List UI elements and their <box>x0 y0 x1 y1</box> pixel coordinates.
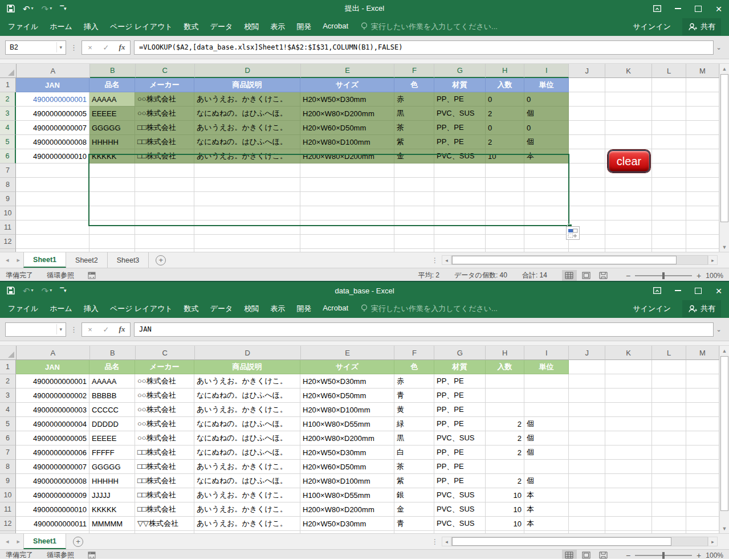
sign-in-link[interactable]: サインイン <box>633 304 671 314</box>
ribbon-tab-formulas[interactable]: 数式 <box>178 17 205 36</box>
cell-K10[interactable] <box>605 206 652 220</box>
zoom-level[interactable]: 100% <box>706 551 723 559</box>
horizontal-scrollbar[interactable] <box>451 255 708 265</box>
cell-D8[interactable] <box>194 178 300 192</box>
quick-analysis-button[interactable] <box>566 226 580 240</box>
cell-H11[interactable]: 10 <box>486 502 524 517</box>
row-header-5[interactable]: 5 <box>0 135 16 149</box>
cell-K12[interactable] <box>605 235 652 249</box>
cell-C8[interactable] <box>135 178 194 192</box>
cell-M11[interactable] <box>686 502 719 517</box>
cell-G4[interactable]: PP、PE <box>434 121 486 135</box>
column-header-H[interactable]: H <box>486 346 524 360</box>
new-sheet-button[interactable]: + <box>66 534 90 549</box>
row-header-2[interactable]: 2 <box>0 374 16 389</box>
cell-C7[interactable] <box>135 163 194 178</box>
cell-J1[interactable] <box>569 360 605 374</box>
normal-view-icon[interactable] <box>562 270 577 281</box>
row-header-12[interactable]: 12 <box>0 517 16 531</box>
ribbon-tab-view[interactable]: 表示 <box>264 17 291 36</box>
cell-F4[interactable]: 茶 <box>394 121 434 135</box>
cell-K4[interactable] <box>605 121 652 135</box>
cell-D3[interactable]: なにぬねの。はひふへほ。 <box>194 389 300 403</box>
cell-M12[interactable] <box>686 517 719 531</box>
cell-L7[interactable] <box>652 163 686 178</box>
cell-D11[interactable] <box>194 220 300 235</box>
vertical-scrollbar[interactable]: ▲ ▼ <box>719 64 729 252</box>
cell-L10[interactable] <box>652 206 686 220</box>
cell-A3[interactable]: 4900000000005 <box>16 107 89 121</box>
cell-C9[interactable] <box>135 192 194 206</box>
column-header-G[interactable]: G <box>434 64 486 78</box>
zoom-in-button[interactable]: + <box>697 551 701 559</box>
cell-G4[interactable]: PP、PE <box>434 403 486 417</box>
cell-E13[interactable] <box>300 249 394 252</box>
cell-E4[interactable]: H20×W80×D100mm <box>300 403 394 417</box>
cell-D12[interactable]: あいうえお。かきくけこ。 <box>194 517 300 531</box>
sheet-nav-right-icon[interactable]: ▸ <box>17 538 21 545</box>
minimize-button[interactable] <box>667 282 688 299</box>
ribbon-tab-file[interactable]: ファイル <box>2 299 44 318</box>
cell-J13[interactable] <box>569 249 605 252</box>
cell-C12[interactable] <box>135 235 194 249</box>
share-button[interactable]: 共有 <box>682 300 721 317</box>
cell-G8[interactable]: PP、PE <box>434 460 486 474</box>
cell-B10[interactable] <box>89 206 135 220</box>
cell-E3[interactable]: H200×W80×D200mm <box>300 107 394 121</box>
row-header-5[interactable]: 5 <box>0 417 16 431</box>
cell-F3[interactable]: 黒 <box>394 107 434 121</box>
cell-M1[interactable] <box>686 360 719 374</box>
row-header-11[interactable]: 11 <box>0 220 16 235</box>
cell-J8[interactable] <box>569 460 605 474</box>
row-header-7[interactable]: 7 <box>0 163 16 178</box>
cell-D8[interactable]: あいうえお。かきくけこ。 <box>194 460 300 474</box>
macro-record-icon[interactable] <box>88 551 96 559</box>
column-header-L[interactable]: L <box>652 64 686 78</box>
cell-C8[interactable]: □□株式会社 <box>135 460 194 474</box>
cell-J9[interactable] <box>569 192 605 206</box>
column-header-E[interactable]: E <box>301 346 395 360</box>
cell-B11[interactable] <box>89 220 135 235</box>
cell-D7[interactable] <box>194 163 300 178</box>
cell-K1[interactable] <box>605 78 652 92</box>
cell-L11[interactable] <box>652 502 686 517</box>
cell-L5[interactable] <box>652 135 686 149</box>
enter-icon[interactable]: ✓ <box>98 43 114 52</box>
ribbon-tab-view[interactable]: 表示 <box>264 299 291 318</box>
cell-L5[interactable] <box>652 417 686 431</box>
row-header-6[interactable]: 6 <box>0 149 16 163</box>
cell-G7[interactable]: PP、PE <box>434 445 486 460</box>
cell-M10[interactable] <box>686 488 719 502</box>
cell-I4[interactable]: 0 <box>524 121 569 135</box>
column-header-B[interactable]: B <box>90 64 136 78</box>
hscroll-left-icon[interactable]: ◂ <box>442 537 451 546</box>
cell-F5[interactable]: 紫 <box>394 135 434 149</box>
cell-K2[interactable] <box>605 374 652 389</box>
cell-A6[interactable]: 4900000000010 <box>16 149 89 163</box>
cell-D5[interactable]: なにぬねの。はひふへほ。 <box>194 135 300 149</box>
cell-G12[interactable]: PVC、SUS <box>434 517 486 531</box>
cell-J3[interactable] <box>569 107 605 121</box>
cell-G9[interactable] <box>434 192 486 206</box>
cell-H10[interactable]: 10 <box>486 488 524 502</box>
cell-C2[interactable]: ○○株式会社 <box>135 374 194 389</box>
close-button[interactable]: × <box>708 282 729 299</box>
cell-H8[interactable] <box>486 460 524 474</box>
zoom-out-button[interactable]: − <box>626 271 630 280</box>
cell-C13[interactable] <box>135 531 194 533</box>
cell-J10[interactable] <box>569 206 605 220</box>
cell-L9[interactable] <box>652 474 686 488</box>
column-header-E[interactable]: E <box>301 64 395 78</box>
column-header-K[interactable]: K <box>605 64 652 78</box>
row-header-13[interactable] <box>0 531 16 533</box>
column-header-I[interactable]: I <box>524 346 569 360</box>
cell-H3[interactable] <box>486 389 524 403</box>
ribbon-tab-home[interactable]: ホーム <box>44 299 78 318</box>
cell-K9[interactable] <box>605 192 652 206</box>
column-header-C[interactable]: C <box>136 64 195 78</box>
cell-A4[interactable]: 4900000000007 <box>16 121 89 135</box>
cell-M2[interactable] <box>686 374 719 389</box>
sheet-nav-right-icon[interactable]: ▸ <box>17 256 21 264</box>
cell-B13[interactable] <box>89 531 135 533</box>
cell-C12[interactable]: ▽▽株式会社 <box>135 517 194 531</box>
